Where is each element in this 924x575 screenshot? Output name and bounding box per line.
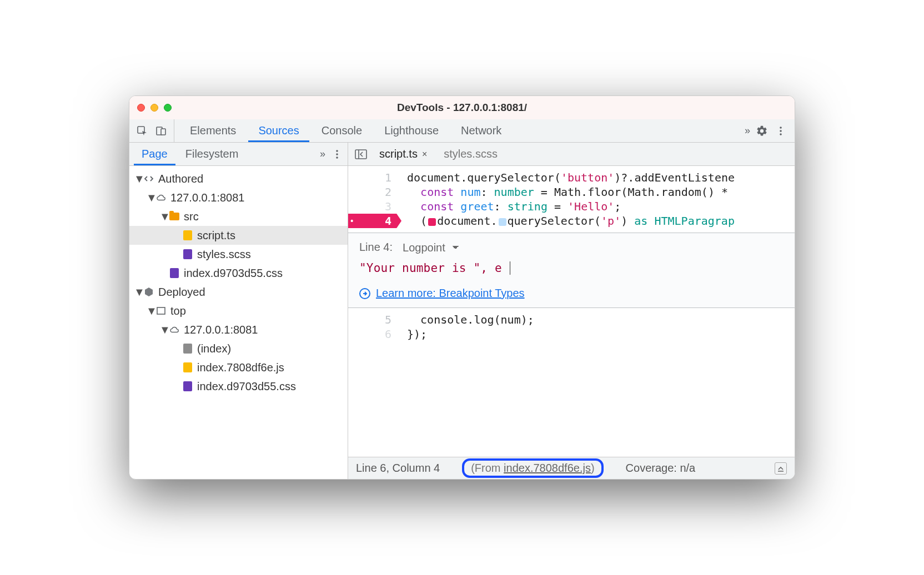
tab-elements[interactable]: Elements xyxy=(180,119,246,142)
svg-rect-2 xyxy=(161,129,165,135)
main-toolbar: ElementsSourcesConsoleLighthouseNetwork … xyxy=(129,119,795,143)
toggle-bottom-drawer-icon[interactable] xyxy=(775,462,787,475)
breakpoint-marker[interactable]: •• xyxy=(348,214,401,228)
settings-gear-icon[interactable] xyxy=(755,124,769,138)
close-icon[interactable]: × xyxy=(422,149,427,159)
svg-point-6 xyxy=(336,150,338,152)
svg-point-4 xyxy=(780,130,782,132)
tab-network[interactable]: Network xyxy=(451,119,511,142)
close-window-button[interactable] xyxy=(137,104,145,112)
tree-file[interactable]: index.d9703d55.css xyxy=(129,264,348,283)
svg-point-7 xyxy=(336,153,338,155)
editor-statusbar: Line 6, Column 4 (From index.7808df6e.js… xyxy=(348,457,795,479)
tree-file[interactable]: index.d9703d55.css xyxy=(129,377,348,396)
svg-point-5 xyxy=(780,133,782,135)
gutter-line[interactable]: 3 xyxy=(353,199,391,214)
editor-pane: 123••4 document.querySelector('button')?… xyxy=(348,166,795,479)
gutter-line[interactable]: ••4 xyxy=(353,214,391,228)
code-line[interactable]: document.querySelector('button')?.addEve… xyxy=(407,170,735,185)
subtab-filesystem[interactable]: Filesystem xyxy=(178,143,247,165)
tree-folder-src[interactable]: ▼src xyxy=(129,207,348,226)
zoom-window-button[interactable] xyxy=(164,104,172,112)
minimize-window-button[interactable] xyxy=(150,104,158,112)
tree-group-deployed[interactable]: ▼Deployed xyxy=(129,283,348,301)
subtab-page[interactable]: Page xyxy=(134,143,175,165)
traffic-lights xyxy=(137,104,172,112)
coverage-status: Coverage: n/a xyxy=(626,462,696,475)
sourcemap-from-link[interactable]: (From index.7808df6e.js) xyxy=(462,458,603,478)
tree-file[interactable]: (index) xyxy=(129,339,348,358)
gutter-line[interactable]: 6 xyxy=(353,327,391,341)
svg-point-3 xyxy=(780,127,782,129)
breakpoint-expression-input[interactable]: "Your number is ", e xyxy=(359,259,784,277)
titlebar: DevTools - 127.0.0.1:8081/ xyxy=(129,96,795,119)
navigator-tree[interactable]: ▼Authored▼127.0.0.1:8081▼srcscript.tssty… xyxy=(129,166,348,479)
code-line[interactable]: (document.querySelector('p') as HTMLPara… xyxy=(407,214,735,228)
tree-file[interactable]: script.ts xyxy=(129,226,348,245)
code-line[interactable]: const greet: string = 'Hello'; xyxy=(407,199,735,214)
gutter-line[interactable]: 1 xyxy=(353,170,391,185)
gutter-line[interactable]: 2 xyxy=(353,185,391,199)
more-tabs-icon[interactable]: » xyxy=(740,124,755,138)
code-line[interactable]: console.log(num); xyxy=(407,312,534,327)
open-file-tab[interactable]: script.ts× xyxy=(376,145,430,163)
toggle-navigator-icon[interactable] xyxy=(354,147,368,162)
learn-more-arrow-icon xyxy=(359,288,370,299)
code-line[interactable]: }); xyxy=(407,327,534,341)
device-toggle-icon[interactable] xyxy=(154,124,168,138)
svg-rect-11 xyxy=(157,307,165,314)
breakpoint-edit-panel: Line 4: Logpoint "Your number is ", e Le… xyxy=(348,233,795,308)
sub-toolbar: PageFilesystem » script.ts×styles.scss xyxy=(129,143,795,166)
more-subtabs-icon[interactable]: » xyxy=(315,147,330,162)
svg-point-8 xyxy=(336,157,338,159)
window-title: DevTools - 127.0.0.1:8081/ xyxy=(397,102,527,114)
code-line[interactable]: const num: number = Math.floor(Math.rand… xyxy=(407,185,735,199)
tab-console[interactable]: Console xyxy=(312,119,372,142)
tree-host[interactable]: ▼127.0.0.1:8081 xyxy=(129,320,348,339)
tree-top-frame[interactable]: ▼top xyxy=(129,301,348,320)
gutter-line[interactable]: 5 xyxy=(353,312,391,327)
inspect-element-icon[interactable] xyxy=(135,124,149,138)
breakpoint-type-select[interactable]: Logpoint xyxy=(403,241,459,254)
tree-file[interactable]: index.7808df6e.js xyxy=(129,358,348,377)
tree-group-authored[interactable]: ▼Authored xyxy=(129,169,348,188)
breakpoint-line-label: Line 4: xyxy=(359,241,393,254)
open-file-tab[interactable]: styles.scss xyxy=(440,145,501,163)
navigator-menu-icon[interactable] xyxy=(330,147,344,162)
tree-file[interactable]: styles.scss xyxy=(129,245,348,264)
cursor-position: Line 6, Column 4 xyxy=(356,462,440,475)
tab-sources[interactable]: Sources xyxy=(248,119,309,142)
kebab-menu-icon[interactable] xyxy=(774,124,788,138)
tree-host[interactable]: ▼127.0.0.1:8081 xyxy=(129,188,348,207)
tab-lighthouse[interactable]: Lighthouse xyxy=(374,119,449,142)
devtools-window: DevTools - 127.0.0.1:8081/ ElementsSourc… xyxy=(129,95,795,480)
learn-more-link[interactable]: Learn more: Breakpoint Types xyxy=(376,287,525,300)
